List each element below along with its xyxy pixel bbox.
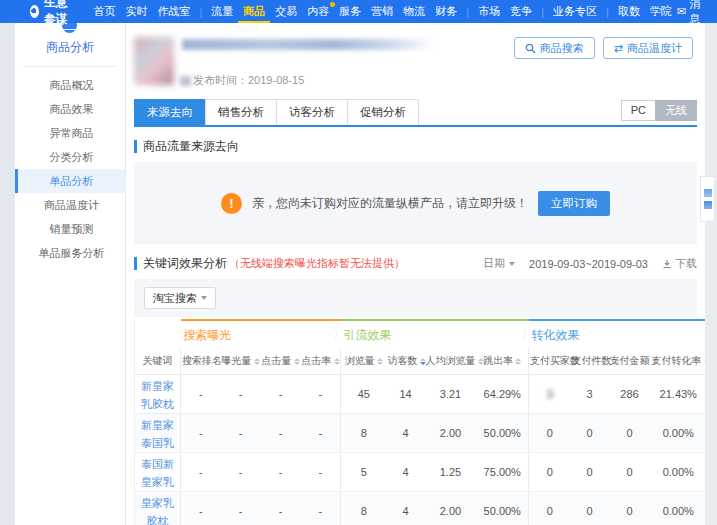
tab[interactable]: 访客分析 <box>276 99 348 125</box>
table-cell: 0.00% <box>651 414 706 453</box>
keyword-link[interactable]: 新皇家泰国乳 <box>141 419 174 449</box>
cell-value: 4 <box>402 427 408 439</box>
column-header[interactable]: 支付转化率 <box>651 348 706 375</box>
upgrade-banner: ! 亲，您尚未订购对应的流量纵横产品，请立即升级！ 立即订购 <box>134 162 697 244</box>
keyword-link[interactable]: 新皇家乳胶枕 <box>141 380 174 410</box>
nav-item[interactable]: 市场 <box>473 0 505 23</box>
sidebar-item[interactable]: 分类分析 <box>15 145 125 169</box>
sort-icon[interactable] <box>515 358 521 365</box>
nav-item[interactable]: 实时 <box>120 0 152 23</box>
table-cell: - <box>261 492 301 525</box>
message-button[interactable]: ✉ 消息 <box>677 0 709 27</box>
column-header-label: 人均浏览量 <box>426 355 476 366</box>
product-thermometer-button[interactable]: ⇄ 商品温度计 <box>603 37 693 59</box>
keyword-link[interactable]: 泰国新皇家乳 <box>141 458 174 488</box>
sidebar-item[interactable]: 商品效果 <box>15 97 125 121</box>
nav-item[interactable]: 作战室 <box>152 0 195 23</box>
sort-icon[interactable] <box>294 358 300 365</box>
date-filter[interactable]: 日期 <box>483 256 515 271</box>
table-cell: 3.21 <box>425 375 477 414</box>
sidebar-item[interactable]: 单品分析 <box>15 169 125 193</box>
nav-item[interactable]: 业务专区 <box>548 0 602 23</box>
nav-item[interactable]: 物流 <box>398 0 430 23</box>
nav-item[interactable]: 内容 <box>302 0 334 23</box>
nav-item[interactable]: 商品 <box>238 0 270 23</box>
sort-desc-icon <box>294 362 300 365</box>
nav-item[interactable]: 交易 <box>270 0 302 23</box>
tab[interactable]: 销售分析 <box>205 99 277 125</box>
cell-value: 64.29% <box>484 388 521 400</box>
table-cell: - <box>301 375 341 414</box>
table-cell: 5 <box>341 453 387 492</box>
sort-icon[interactable] <box>334 358 340 365</box>
table-row: 泰国新皇家乳----541.2575.00%0000.00% <box>135 453 706 492</box>
column-header[interactable]: 浏览量 <box>341 348 387 375</box>
column-header[interactable]: 人均浏览量 <box>425 348 477 375</box>
order-now-button[interactable]: 立即订购 <box>538 191 610 216</box>
sort-icon[interactable] <box>377 358 383 365</box>
cell-value: 3 <box>586 388 592 400</box>
table-cell: 4 <box>387 492 425 525</box>
tab[interactable]: 促销分析 <box>347 99 419 125</box>
nav-item[interactable]: 财务 <box>430 0 462 23</box>
table-cell: - <box>221 414 261 453</box>
sidebar-item[interactable]: 销量预测 <box>15 217 125 241</box>
sidebar-item[interactable]: 商品概况 <box>15 73 125 97</box>
cell-value: 8 <box>361 427 367 439</box>
nav-item[interactable]: 取数 <box>613 0 645 23</box>
column-header[interactable]: 点击量 <box>261 348 301 375</box>
table-cell: 3 <box>571 375 609 414</box>
nav-item[interactable]: 学院 <box>645 0 677 23</box>
column-header[interactable]: 曝光量 <box>221 348 261 375</box>
device-option[interactable]: PC <box>621 100 656 121</box>
warning-icon: ! <box>221 193 242 214</box>
column-header[interactable]: 点击率 <box>301 348 341 375</box>
column-header[interactable]: 支付金额 <box>609 348 651 375</box>
column-header[interactable]: 跳出率 <box>477 348 529 375</box>
nav-item[interactable]: 首页 <box>88 0 120 23</box>
nav-item[interactable]: 营销 <box>366 0 398 23</box>
sidebar-item[interactable]: 异常商品 <box>15 121 125 145</box>
tab[interactable]: 来源去向 <box>134 99 206 125</box>
column-group-label: 转化效果 <box>530 328 580 342</box>
left-gutter <box>0 23 15 525</box>
sidebar-item[interactable]: 单品服务分析 <box>15 241 125 265</box>
column-header[interactable]: 支付件数 <box>571 348 609 375</box>
device-option[interactable]: 无线 <box>655 100 697 121</box>
table-cell: 64.29% <box>477 375 529 414</box>
header-buttons: 商品搜索 ⇄ 商品温度计 <box>514 37 693 59</box>
nav-item[interactable]: 服务 <box>334 0 366 23</box>
cell-value: - <box>318 466 322 478</box>
column-header-label: 曝光量 <box>222 355 252 366</box>
cell-value: - <box>318 505 322 517</box>
mail-icon: ✉ <box>677 5 686 18</box>
column-header[interactable]: 访客数 <box>387 348 425 375</box>
brand[interactable]: 生意参谋 <box>30 0 76 30</box>
feedback-tab[interactable] <box>700 176 715 222</box>
cell-value: 4 <box>402 466 408 478</box>
sidebar-item[interactable]: 商品温度计 <box>15 193 125 217</box>
product-search-button[interactable]: 商品搜索 <box>514 37 595 59</box>
download-icon <box>662 259 672 269</box>
keyword-link[interactable]: 皇家乳胶枕 <box>141 497 174 525</box>
cell-value: - <box>239 505 243 517</box>
sort-icon[interactable] <box>254 358 260 365</box>
table-cell: 14 <box>387 375 425 414</box>
download-button[interactable]: 下载 <box>662 256 697 271</box>
nav-divider: | <box>195 6 206 18</box>
nav-item[interactable]: 竞争 <box>505 0 537 23</box>
search-source-dropdown[interactable]: 淘宝搜索 <box>144 287 216 309</box>
sidebar-title: 商品分析 <box>15 39 125 56</box>
cell-value: 286 <box>620 388 638 400</box>
column-header[interactable]: 搜索排名 <box>181 348 221 375</box>
sort-icon[interactable] <box>704 358 706 365</box>
cell-value: - <box>279 427 283 439</box>
nav-item[interactable]: 流量 <box>206 0 238 23</box>
sort-asc-icon <box>377 358 383 361</box>
table-cell: 0 <box>529 414 571 453</box>
flow-section-title: 商品流量来源去向 <box>143 138 239 155</box>
table-cell: 0 <box>609 414 651 453</box>
device-toggle: PC无线 <box>621 100 697 121</box>
warning-text: 亲，您尚未订购对应的流量纵横产品，请立即升级！ <box>252 195 528 212</box>
table-cell: 4 <box>387 414 425 453</box>
